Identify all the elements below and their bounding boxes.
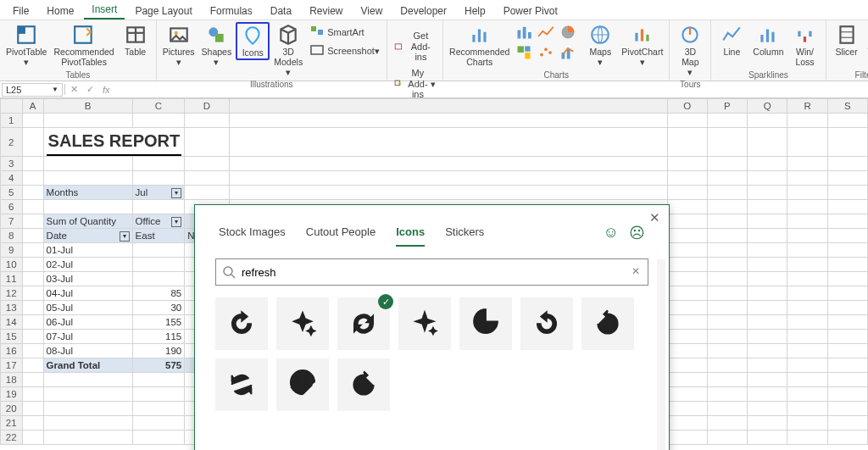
fan-icon[interactable] <box>459 297 512 350</box>
tab-data[interactable]: Data <box>263 3 299 19</box>
col-p[interactable]: P <box>707 99 747 114</box>
table-button[interactable]: Table <box>119 22 153 58</box>
my-addins-button[interactable]: My Add-ins ▾ <box>391 66 439 102</box>
shapes-label: Shapes <box>202 47 232 57</box>
close-icon[interactable]: ✕ <box>649 210 660 225</box>
tab-stickers[interactable]: Stickers <box>445 222 484 247</box>
recommended-pivot-button[interactable]: Recommended PivotTables <box>51 22 116 69</box>
undo-arrow-icon[interactable] <box>520 297 573 350</box>
svg-rect-12 <box>311 46 323 54</box>
tab-home[interactable]: Home <box>39 3 81 19</box>
col-a[interactable]: A <box>22 99 43 114</box>
col-q[interactable]: Q <box>748 99 787 114</box>
tab-developer[interactable]: Developer <box>392 3 454 19</box>
3d-map-button[interactable]: 3D Map ▾ <box>673 22 707 79</box>
sparkle-solid-icon[interactable] <box>398 297 451 350</box>
maps-button[interactable]: Maps ▾ <box>583 22 617 69</box>
table-label: Table <box>125 47 146 57</box>
group-tours-label: Tours <box>673 79 707 90</box>
cancel-formula-icon[interactable]: ✕ <box>70 84 78 95</box>
screenshot-button[interactable]: Screenshot ▾ <box>307 42 383 59</box>
table-row: 06-Jul <box>43 315 132 330</box>
pictures-button[interactable]: Pictures ▾ <box>160 22 198 69</box>
smartart-icon <box>310 25 324 39</box>
combo-chart-icon[interactable] <box>559 44 576 61</box>
tab-stock-images[interactable]: Stock Images <box>219 222 286 247</box>
fan-outline-icon[interactable] <box>276 358 329 411</box>
svg-point-28 <box>548 51 552 54</box>
spreadsheet-grid[interactable]: A B C D O P Q R S 1 2 SALES REPORT 3 4 5… <box>0 98 868 450</box>
col-o[interactable]: O <box>667 99 707 114</box>
spark-line-button[interactable]: Line <box>715 22 748 58</box>
svg-rect-24 <box>526 47 531 52</box>
pivottable-button[interactable]: PivotTable ▾ <box>3 22 49 69</box>
get-addins-button[interactable]: Get Add-ins <box>391 29 439 64</box>
svg-rect-9 <box>215 34 224 42</box>
screenshot-label: Screenshot <box>327 46 375 57</box>
sync-arrows-icon[interactable]: ✓ <box>337 297 390 350</box>
hierarchy-chart-icon[interactable] <box>515 44 532 61</box>
icon-results: ✓ <box>195 286 669 423</box>
rotate-ccw-icon[interactable] <box>581 297 634 350</box>
modal-scrollbar[interactable] <box>657 259 665 450</box>
name-box[interactable]: L25▼ <box>2 83 63 97</box>
tab-insert[interactable]: Insert <box>84 1 125 19</box>
pie-chart-icon[interactable] <box>559 24 576 41</box>
frown-icon[interactable]: ☹ <box>629 224 645 242</box>
group-charts-label: Charts <box>447 69 665 81</box>
smile-icon[interactable]: ☺ <box>604 224 619 242</box>
column-chart-icon[interactable] <box>515 24 532 41</box>
tab-power-pivot[interactable]: Power Pivot <box>496 3 565 19</box>
timeline-button[interactable]: Timeline <box>865 22 868 58</box>
table-row: 03-Jul <box>43 272 132 286</box>
svg-line-49 <box>231 275 235 278</box>
tab-page-layout[interactable]: Page Layout <box>127 3 199 19</box>
icons-button[interactable]: Icons <box>236 22 270 60</box>
col-r[interactable]: R <box>787 99 827 114</box>
svg-point-27 <box>544 47 548 51</box>
pivot-chart-button[interactable]: PivotChart ▾ <box>619 22 665 69</box>
line-chart-icon[interactable] <box>537 24 554 41</box>
office-label: Office <box>136 216 161 226</box>
svg-rect-17 <box>478 30 481 42</box>
filter-icon[interactable]: ▾ <box>120 231 130 242</box>
recommended-charts-button[interactable]: Recommended Charts <box>447 22 512 69</box>
icons-icon <box>242 25 264 47</box>
scatter-chart-icon[interactable] <box>537 44 554 61</box>
col-c[interactable]: C <box>132 99 185 114</box>
col-s[interactable]: S <box>827 99 867 114</box>
tab-view[interactable]: View <box>353 3 391 19</box>
spark-column-label: Column <box>753 47 783 57</box>
shapes-button[interactable]: Shapes ▾ <box>199 22 235 69</box>
rotate-cw-icon[interactable] <box>337 358 390 411</box>
svg-rect-23 <box>518 47 525 53</box>
tab-file[interactable]: File <box>5 3 36 19</box>
col-d[interactable]: D <box>185 99 230 114</box>
redo-arrow-icon[interactable] <box>215 297 268 350</box>
slicer-button[interactable]: Slicer <box>830 22 864 58</box>
svg-rect-25 <box>526 53 531 59</box>
tab-review[interactable]: Review <box>302 3 350 19</box>
spark-winloss-button[interactable]: Win/ Loss <box>788 22 822 69</box>
fx-icon[interactable]: fx <box>103 85 110 95</box>
col-b[interactable]: B <box>43 99 132 114</box>
spark-column-button[interactable]: Column <box>750 22 786 58</box>
cycle-icon[interactable] <box>215 358 268 411</box>
tab-icons[interactable]: Icons <box>396 222 425 247</box>
svg-rect-34 <box>646 35 648 42</box>
smartart-button[interactable]: SmartArt <box>307 24 383 41</box>
tab-help[interactable]: Help <box>457 3 493 19</box>
sparkle-icon[interactable] <box>276 297 329 350</box>
table-row: 07-Jul <box>43 330 132 344</box>
tab-formulas[interactable]: Formulas <box>203 3 260 19</box>
3d-models-button[interactable]: 3D Models ▾ <box>271 22 305 79</box>
enter-formula-icon[interactable]: ✓ <box>86 84 94 95</box>
search-input[interactable] <box>215 258 648 286</box>
filter-icon[interactable]: ▾ <box>171 217 181 227</box>
name-box-value: L25 <box>6 85 21 95</box>
pictures-label: Pictures <box>163 47 195 57</box>
tab-cutout-people[interactable]: Cutout People <box>306 222 376 247</box>
clear-icon[interactable]: ✕ <box>632 265 640 277</box>
filter-icon[interactable]: ▾ <box>171 188 181 198</box>
3d-models-label: 3D Models <box>274 47 303 67</box>
